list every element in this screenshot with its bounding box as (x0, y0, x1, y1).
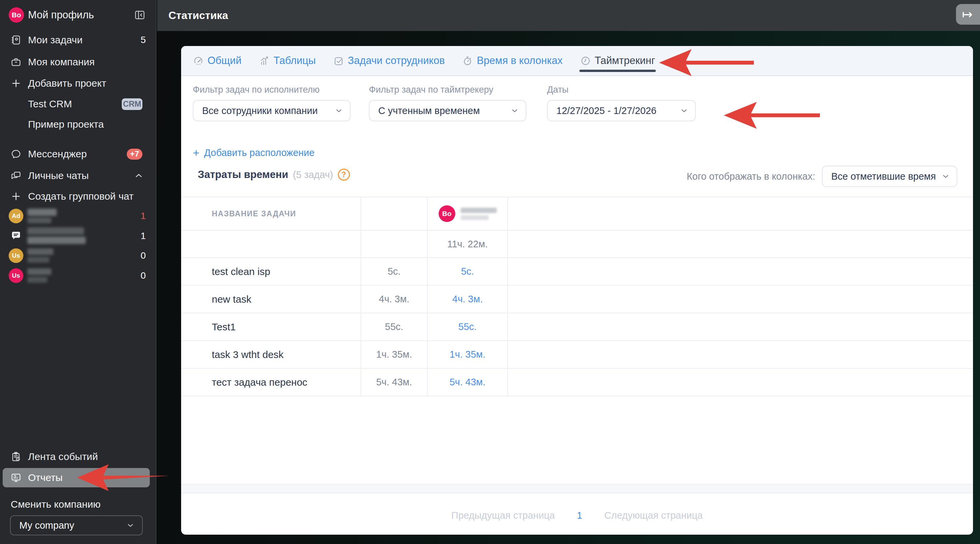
current-page-number[interactable]: 1 (577, 510, 582, 521)
filter-assignee-dropdown[interactable]: Все сотрудники компании (193, 100, 351, 121)
sidebar-profile[interactable]: Bo Мой профиль (0, 6, 156, 24)
time-section-heading: Затраты времени (5 задач) ? (198, 169, 350, 181)
task-name[interactable]: тест задача перенос (212, 377, 307, 388)
avatar[interactable]: Bo (9, 7, 24, 23)
chevron-down-icon (126, 521, 135, 530)
dropdown-value: 12/27/2025 - 1/27/2026 (556, 105, 657, 116)
change-company-label: Сменить компанию (11, 499, 101, 510)
filter-timetracker-label: Фильтр задач по таймтрекеру (369, 85, 493, 95)
filter-timetracker-dropdown[interactable]: С учтенным временем (369, 100, 527, 121)
collapse-sidebar-icon[interactable] (134, 9, 146, 21)
task-total-time: 5с. (388, 266, 401, 277)
horizontal-scrollbar[interactable] (181, 484, 973, 493)
tab-general[interactable]: Общий (193, 46, 242, 75)
sidebar-item-project-example[interactable]: Пример проекта (0, 115, 156, 134)
tab-employee-tasks[interactable]: Задачи сотрудников (333, 46, 445, 75)
sidebar-item-reports[interactable]: Отчеты (0, 468, 156, 487)
filter-dates-label: Даты (547, 85, 568, 95)
table-header-row: НАЗВАНИЕ ЗАДАЧИ Bo (181, 197, 973, 231)
column-header-user[interactable]: Bo (439, 205, 497, 222)
user-task-time-link[interactable]: 55с. (458, 321, 477, 332)
columns-filter-dropdown[interactable]: Все отметившие время (822, 166, 957, 187)
company-select[interactable]: My company (10, 515, 143, 535)
task-name[interactable]: new task (212, 293, 251, 305)
redacted-chat-name (27, 217, 51, 223)
briefcase-icon (10, 56, 22, 68)
user-task-time-link[interactable]: 5с. (461, 266, 474, 277)
dropdown-value: Все сотрудники компании (202, 105, 318, 116)
table-row[interactable]: test clean isp 5с. 5с. (181, 258, 973, 285)
task-name[interactable]: Test1 (212, 321, 236, 333)
chat-list-item[interactable]: Ad 1 (0, 207, 156, 225)
gauge-icon (193, 56, 204, 66)
sidebar-item-label: Лента событий (28, 451, 98, 462)
profile-label: Мой профиль (28, 9, 94, 21)
sidebar-item-create-group-chat[interactable]: Создать групповой чат (0, 187, 156, 206)
tab-label: Таймтрекинг (595, 55, 655, 67)
task-name[interactable]: test clean isp (212, 266, 270, 278)
unread-count: 1 (140, 211, 146, 221)
redacted-chat-name (27, 227, 84, 235)
table-row[interactable]: тест задача перенос 5ч. 43м. 5ч. 43м. (181, 369, 973, 397)
tab-label: Таблицы (274, 55, 316, 67)
chat-list-item[interactable]: 1 (0, 227, 156, 245)
sidebar-item-project-test-crm[interactable]: Test CRM CRM (0, 95, 156, 113)
statistics-card: Общий Таблицы Задачи сотрудников (181, 46, 973, 534)
top-bar: Статистика ↦ (157, 0, 980, 31)
chevron-up-icon[interactable] (133, 170, 145, 182)
sidebar: Bo Мой профиль Мои задачи 5 Моя компания… (0, 0, 156, 544)
chevron-down-icon (941, 172, 950, 181)
add-location-link[interactable]: + Добавить расположение (193, 147, 315, 158)
table-row[interactable]: task 3 wtht desk 1ч. 35м. 1ч. 35м. (181, 341, 973, 369)
collapse-panel-button[interactable]: ↦ (956, 4, 980, 25)
sidebar-item-personal-chats[interactable]: Личные чаты (0, 167, 156, 185)
project-label: Пример проекта (28, 119, 104, 130)
chevron-down-icon (334, 106, 343, 115)
sidebar-item-label: Мессенджер (28, 148, 87, 160)
next-page-button[interactable]: Следующая страница (605, 510, 703, 521)
task-total-time: 1ч. 35м. (376, 349, 412, 360)
task-total-time: 55с. (385, 321, 403, 332)
sidebar-item-events-feed[interactable]: Лента событий (0, 447, 156, 466)
table-row[interactable]: new task 4ч. 3м. 4ч. 3м. (181, 285, 973, 313)
columns-filter-label: Кого отображать в колонках: (687, 171, 815, 182)
tab-label: Время в колонках (477, 55, 562, 67)
redacted-chat-name (27, 257, 49, 263)
help-icon[interactable]: ? (338, 169, 350, 181)
sidebar-item-add-project[interactable]: Добавить проект (0, 74, 156, 93)
unread-count: 0 (140, 251, 146, 261)
user-task-time-link[interactable]: 5ч. 43м. (450, 377, 486, 388)
section-title: Затраты времени (198, 169, 288, 181)
tab-tables[interactable]: Таблицы (259, 46, 316, 75)
redacted-chat-name (27, 209, 57, 216)
user-task-time-link[interactable]: 1ч. 35м. (450, 349, 486, 360)
chat-list-item[interactable]: Us 0 (0, 246, 156, 265)
sidebar-item-messenger[interactable]: Мессенджер +7 (0, 145, 156, 163)
previous-page-button[interactable]: Предыдущая страница (451, 510, 555, 521)
plus-icon (10, 190, 22, 202)
tab-timetracking[interactable]: Таймтрекинг (580, 46, 655, 75)
user-task-time-link[interactable]: 4ч. 3м. (452, 293, 483, 305)
unread-badge: +7 (127, 149, 142, 160)
columns-filter: Кого отображать в колонках: Все отметивш… (687, 166, 957, 187)
table-row[interactable]: Test1 55с. 55с. (181, 313, 973, 341)
sidebar-item-label: Моя компания (28, 56, 95, 68)
column-header-task-name: НАЗВАНИЕ ЗАДАЧИ (212, 209, 296, 218)
sidebar-item-my-company[interactable]: Моя компания (0, 53, 156, 71)
chevron-down-icon (510, 106, 519, 115)
user-total-time: 11ч. 22м. (447, 239, 488, 250)
add-location-label: Добавить расположение (204, 147, 315, 158)
filter-assignee-label: Фильтр задач по исполнителю (193, 85, 320, 95)
sidebar-item-label: Отчеты (28, 472, 63, 483)
question-glyph: ? (342, 170, 346, 179)
statistics-tabs: Общий Таблицы Задачи сотрудников (181, 46, 973, 76)
filter-dates-dropdown[interactable]: 12/27/2025 - 1/27/2026 (547, 100, 696, 121)
redacted-chat-name (27, 277, 48, 283)
avatar: Ad (9, 209, 23, 223)
task-name[interactable]: task 3 wtht desk (212, 349, 283, 360)
tab-time-in-columns[interactable]: Время в колонках (462, 46, 562, 75)
dropdown-value: С учтенным временем (378, 105, 480, 116)
sidebar-item-my-tasks[interactable]: Мои задачи 5 (0, 31, 156, 49)
arrow-from-bar-icon: ↦ (962, 7, 973, 22)
chat-list-item[interactable]: Us 0 (0, 266, 156, 285)
